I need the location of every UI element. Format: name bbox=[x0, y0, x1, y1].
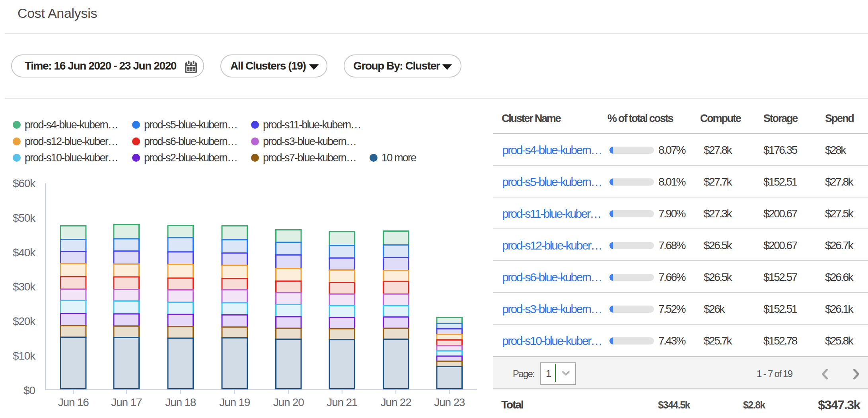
svg-text:Jun 22: Jun 22 bbox=[381, 396, 411, 408]
svg-text:Jun 21: Jun 21 bbox=[327, 396, 357, 408]
svg-text:$60k: $60k bbox=[13, 177, 36, 190]
svg-text:Jun 20: Jun 20 bbox=[273, 396, 304, 408]
svg-text:$50k: $50k bbox=[13, 212, 36, 224]
svg-text:Jun 17: Jun 17 bbox=[111, 396, 142, 408]
svg-text:$40k: $40k bbox=[13, 246, 36, 259]
svg-text:$0: $0 bbox=[23, 384, 35, 397]
svg-text:Jun 18: Jun 18 bbox=[165, 396, 196, 408]
svg-text:$30k: $30k bbox=[13, 281, 36, 293]
svg-text:Jun 19: Jun 19 bbox=[219, 396, 250, 408]
svg-text:$10k: $10k bbox=[13, 350, 36, 362]
svg-text:$20k: $20k bbox=[13, 315, 36, 327]
svg-text:Jun 16: Jun 16 bbox=[58, 396, 89, 408]
svg-text:Jun 23: Jun 23 bbox=[434, 396, 465, 408]
